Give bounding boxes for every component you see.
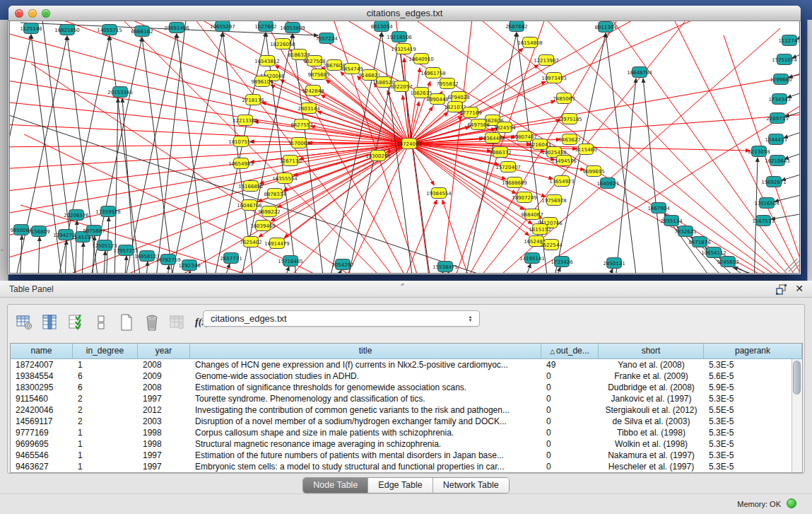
cell-year: 2003 (138, 416, 190, 427)
graph-node-label: 1734343 (768, 97, 790, 103)
rows-icon[interactable] (91, 313, 110, 332)
dropdown-stepper-icon: ▲ ▼ (467, 313, 473, 325)
import-checked-icon[interactable] (66, 313, 85, 332)
column-header-pagerank[interactable]: pagerank (704, 344, 802, 358)
graph-node-label: 18300295 (365, 153, 391, 159)
scrollbar-thumb[interactable] (793, 361, 801, 395)
cell-year: 1998 (138, 438, 190, 450)
new-document-icon[interactable] (117, 313, 136, 332)
cell-year: 2012 (138, 404, 190, 416)
table-row[interactable]: 977716911998Corpus callosum shape and si… (11, 427, 802, 438)
table-row[interactable]: 1456911722003Disruption of a novel membe… (11, 416, 802, 427)
citation-network-graph[interactable]: 1822605881863289327508286760884547499875… (10, 21, 800, 274)
cell-short: Dudbridge et al. (2008) (599, 382, 704, 393)
table-row[interactable]: 946362711997Embryonic stem cells: a mode… (11, 461, 802, 472)
segmented-control: Node TableEdge TableNetwork Table (302, 477, 509, 493)
cell-title: Structural magnetic resonance image aver… (190, 438, 541, 450)
cell-name: 18300295 (11, 382, 73, 393)
tab-network-table[interactable]: Network Table (433, 478, 509, 493)
cell-year: 1998 (138, 427, 190, 438)
cell-title: Embryonic stem cells: a model to study s… (190, 461, 541, 472)
graph-node-label: 15494576 (551, 158, 577, 164)
vertical-scrollbar[interactable] (792, 359, 802, 472)
graph-node-label: 2657771 (220, 256, 242, 262)
cell-outdeg: 0 (541, 450, 599, 461)
column-header-out-de-[interactable]: △out_de... (541, 344, 599, 358)
graph-node-label: 19756928 (541, 198, 567, 204)
table-row[interactable]: 1830029562008Estimation of significance … (11, 382, 802, 393)
graph-node-label: 8990448 (426, 97, 448, 103)
graph-nodes: 1822605881863289327508286760884547499875… (10, 21, 800, 272)
cell-indeg: 1 (73, 359, 138, 370)
cell-indeg: 1 (73, 450, 138, 461)
graph-node-label: 2450121 (603, 261, 625, 267)
graph-node-label: 10807487 (512, 134, 537, 140)
left-edge-strip: ^ (0, 20, 8, 281)
splitter-handle[interactable]: ▴▾ (401, 281, 404, 286)
show-columns-icon[interactable] (40, 313, 59, 332)
graph-node-label: 19218506 (387, 35, 412, 40)
table-selector-value: citations_edges.txt (211, 313, 287, 324)
graph-node-label: 16210643 (765, 158, 790, 164)
graph-node-label: 8471676 (688, 240, 711, 245)
graph-node-label: 8322057 (390, 84, 412, 90)
column-header-short[interactable]: short (599, 344, 704, 358)
column-header-in-degree[interactable]: in_degree (73, 344, 138, 358)
cell-name: 14569117 (11, 416, 73, 427)
graph-node-label: 7625402 (240, 240, 261, 245)
graph-node-label: 15716485 (278, 259, 303, 264)
graph-node-label: 2687682 (505, 24, 527, 30)
table-row[interactable]: 1938455462009Genome-wide association stu… (11, 370, 802, 382)
graph-node-label: 10688609 (502, 180, 527, 186)
cell-pagerank: 5.3E-5 (704, 359, 802, 370)
graph-node-label: 10654983 (228, 161, 254, 167)
table-row[interactable]: 1872400712008Changes of HCN gene express… (11, 359, 802, 370)
cell-title: Estimation of significance thresholds fo… (190, 382, 541, 393)
cell-name: 18724007 (11, 359, 73, 370)
cell-indeg: 6 (73, 370, 138, 382)
disabled-table-icon[interactable] (167, 313, 187, 332)
graph-node-label: 8454749 (341, 66, 363, 72)
cell-short: Tibbo et al. (1998) (599, 427, 704, 438)
table-selector-dropdown[interactable]: citations_edges.txt ▲ ▼ (203, 310, 480, 327)
graph-node-label: 16154808 (517, 40, 543, 46)
left-strip-caret-icon[interactable]: ^ (1, 247, 4, 254)
table-settings-icon[interactable] (15, 313, 34, 332)
graph-node-label: 9463627 (558, 137, 580, 143)
table-row[interactable]: 969969511998Structural magnetic resonanc… (11, 438, 802, 450)
cell-pagerank: 5.6E-5 (704, 370, 802, 382)
tab-edge-table[interactable]: Edge Table (368, 478, 433, 493)
graph-node-label: 9975887 (83, 228, 105, 234)
table-row[interactable]: 2242004622012Investigating the contribut… (11, 404, 802, 416)
memory-status-label: Memory: OK (737, 500, 781, 508)
memory-ok-indicator-icon[interactable] (787, 498, 796, 508)
window-titlebar[interactable]: citations_edges.txt (8, 6, 801, 21)
graph-node-label: 15751074 (772, 57, 797, 63)
graph-node-label: 19384554 (426, 191, 452, 197)
graph-node-label: 20364486 (480, 136, 505, 141)
graph-node-label: 1299660 (770, 77, 792, 83)
column-header-name[interactable]: name (11, 344, 73, 358)
cell-name: 19384554 (11, 370, 73, 382)
tab-node-table[interactable]: Node Table (303, 478, 368, 493)
column-header-year[interactable]: year (138, 344, 190, 358)
close-panel-icon[interactable]: ✕ (795, 283, 804, 294)
graph-node-label: 2718176 (242, 98, 264, 103)
delete-icon[interactable] (142, 313, 161, 332)
table-row[interactable]: 946554611997Estimation of the future num… (11, 450, 802, 461)
graph-node-label: 17359928 (95, 209, 121, 215)
canvas-resize-grip-icon[interactable] (784, 259, 800, 271)
table-panel: ▴▾ Table Panel ✕ f(x) citations_edges.tx… (0, 281, 812, 514)
cell-year: 2009 (138, 370, 190, 382)
graph-node-label: 9777169 (459, 110, 481, 116)
graph-node-label: 13654923 (549, 179, 575, 185)
table-row[interactable]: 911546021997Tourette syndrome. Phenomeno… (11, 393, 802, 404)
cell-title: Estimation of the future numbers of pati… (190, 450, 541, 461)
table-panel-header: ▴▾ Table Panel ✕ (0, 281, 812, 298)
table-panel-title: Table Panel (9, 284, 54, 294)
network-canvas[interactable]: 1822605881863289327508286760884547499875… (9, 21, 800, 274)
float-panel-icon[interactable] (776, 284, 787, 295)
graph-node-label: 16543812 (254, 59, 280, 64)
column-header-title[interactable]: title (190, 344, 541, 358)
cell-pagerank: 5.3E-5 (704, 393, 802, 404)
